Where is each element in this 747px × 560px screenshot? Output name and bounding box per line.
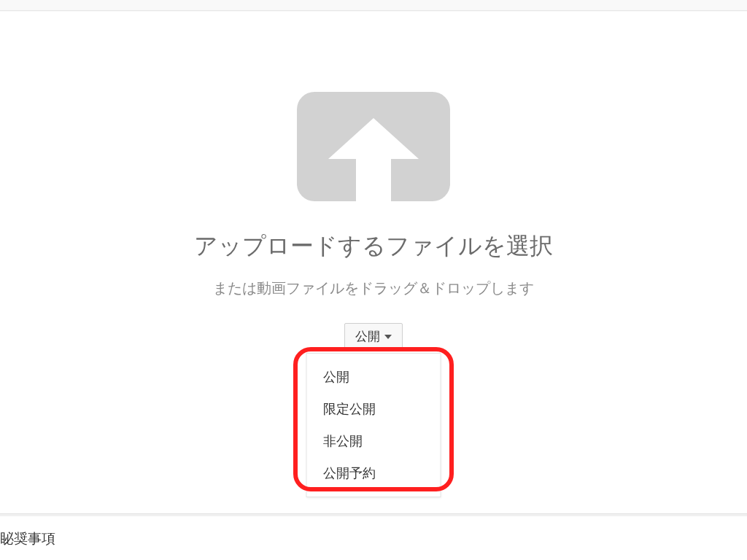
visibility-control: 公開 公開 限定公開 非公開 公開予約: [344, 323, 403, 353]
visibility-selected-label: 公開: [355, 328, 380, 345]
visibility-dropdown-button[interactable]: 公開: [344, 323, 403, 350]
visibility-option-unlisted[interactable]: 限定公開: [307, 393, 441, 425]
visibility-option-scheduled[interactable]: 公開予約: [307, 457, 441, 489]
visibility-dropdown-menu: 公開 限定公開 非公開 公開予約: [306, 353, 441, 497]
upload-panel: アップロードするファイルを選択 または動画ファイルをドラッグ＆ドロップします 公…: [0, 12, 747, 560]
top-divider: [0, 10, 747, 11]
footer-partial-text: 䀣奨事項: [0, 529, 55, 548]
upload-title: アップロードするファイルを選択: [194, 230, 553, 262]
visibility-option-private[interactable]: 非公開: [307, 425, 441, 457]
chevron-down-icon: [384, 335, 392, 339]
upload-arrow-icon[interactable]: [297, 92, 450, 201]
visibility-option-public[interactable]: 公開: [307, 361, 441, 393]
bottom-divider: [0, 513, 747, 516]
upload-subtitle: または動画ファイルをドラッグ＆ドロップします: [213, 279, 534, 298]
